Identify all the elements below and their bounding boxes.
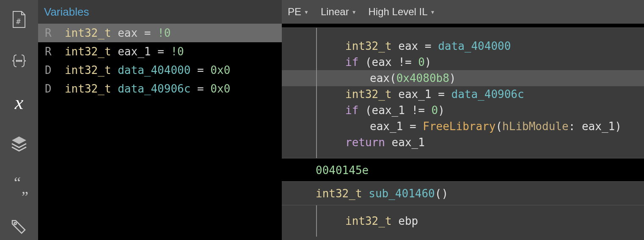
variable-row[interactable]: D int32_t data_404000 = 0x0 <box>38 61 282 79</box>
layers-icon[interactable] <box>0 132 38 155</box>
svg-point-3 <box>21 60 22 62</box>
address-separator[interactable]: 0040145e <box>282 158 644 182</box>
function-body: int32_t eax = data_404000 if (eax != 0) … <box>282 28 644 158</box>
code-line[interactable]: eax(0x4080b8) <box>282 70 644 86</box>
left-icon-strip: # x “„ <box>0 0 38 240</box>
variable-row[interactable]: R int32_t eax = !0 <box>38 24 282 42</box>
indent-guide <box>316 28 317 158</box>
code-line[interactable]: if (eax != 0) <box>282 54 644 70</box>
code-line[interactable]: int32_t eax_1 = data_40906c <box>282 86 644 102</box>
svg-point-1 <box>17 60 18 62</box>
view-options-bar: PE▼ Linear▼ High Level IL▼ <box>282 0 644 24</box>
variables-panel-title[interactable]: Variables <box>38 0 282 24</box>
code-line[interactable]: int32_t eax = data_404000 <box>282 38 644 54</box>
file-type-dropdown[interactable]: PE▼ <box>288 6 309 18</box>
variables-panel: Variables R int32_t eax = !0 R int32_t e… <box>38 0 282 240</box>
hash-file-icon[interactable]: # <box>0 8 38 31</box>
function-prototype[interactable]: int32_t sub_401460() <box>282 182 644 205</box>
code-view[interactable]: int32_t eax = data_404000 if (eax != 0) … <box>282 24 644 240</box>
x-variable-icon[interactable]: x <box>0 90 38 114</box>
svg-point-4 <box>14 223 17 225</box>
variables-list: R int32_t eax = !0 R int32_t eax_1 = !0 … <box>38 24 282 240</box>
braces-icon[interactable] <box>0 49 38 73</box>
code-line[interactable]: eax_1 = FreeLibrary(hLibModule: eax_1) <box>282 118 644 134</box>
code-line[interactable]: if (eax_1 != 0) <box>282 102 644 118</box>
indent-guide <box>316 205 317 237</box>
view-mode-dropdown[interactable]: Linear▼ <box>321 6 357 18</box>
code-line[interactable]: return eax_1 <box>282 134 644 150</box>
chevron-down-icon: ▼ <box>430 9 435 15</box>
variable-row[interactable]: R int32_t eax_1 = !0 <box>38 42 282 61</box>
chevron-down-icon: ▼ <box>304 9 309 15</box>
il-level-dropdown[interactable]: High Level IL▼ <box>369 6 435 18</box>
app-root: # x “„ <box>0 0 644 240</box>
svg-text:#: # <box>16 17 21 26</box>
code-line[interactable]: int32_t ebp <box>282 213 644 229</box>
svg-point-2 <box>19 60 20 62</box>
disassembly-panel: PE▼ Linear▼ High Level IL▼ int32_t eax =… <box>282 0 644 240</box>
quotes-icon[interactable]: “„ <box>0 173 38 197</box>
function-body: int32_t ebp <box>282 205 644 237</box>
function-separator <box>282 24 644 28</box>
chevron-down-icon: ▼ <box>352 9 357 15</box>
tag-icon[interactable] <box>0 215 38 238</box>
variable-row[interactable]: D int32_t data_40906c = 0x0 <box>38 79 282 98</box>
